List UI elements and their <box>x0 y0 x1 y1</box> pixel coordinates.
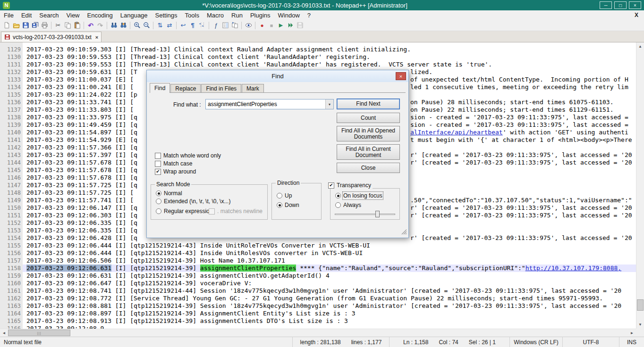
find-dialog-titlebar[interactable]: Find <box>147 70 408 82</box>
view-in-browser-icon[interactable] <box>244 21 253 30</box>
find-what-combobox[interactable]: ▼ <box>205 99 334 109</box>
always-radio[interactable]: Always <box>335 202 361 208</box>
find-all-current-button[interactable]: Find All in Current Document <box>337 144 400 160</box>
menu-item-view[interactable]: View <box>63 11 84 20</box>
match-case-checkbox[interactable]: Match case <box>155 160 192 167</box>
menu-item-settings[interactable]: Settings <box>152 11 181 20</box>
vertical-scrollbar[interactable]: ▲ ▼ <box>636 42 644 329</box>
chevron-down-icon[interactable]: ▼ <box>325 99 333 109</box>
tab-close-icon[interactable]: × <box>95 34 98 40</box>
on-losing-focus-radio[interactable]: On losing focus <box>335 192 382 199</box>
maximize-button[interactable]: □ <box>614 1 627 9</box>
menu-item-window[interactable]: Window <box>274 11 304 20</box>
log-line[interactable]: 11302017-03-23 09:10:59.553 [I] [Thread-… <box>0 53 636 61</box>
search-mode-extended-radio[interactable]: Extended (\n, \r, \t, \0, \x...) <box>156 198 230 205</box>
find-what-input[interactable] <box>206 101 325 107</box>
scroll-up-icon[interactable]: ▲ <box>636 42 644 50</box>
log-line[interactable]: 11592017-03-23 09:12:06.631 [I] [qtp1215… <box>0 272 636 280</box>
log-line[interactable]: 11622017-03-23 09:12:08.772 [I] [Service… <box>0 295 636 302</box>
save-all-icon[interactable] <box>30 21 40 30</box>
tab-mark[interactable]: Mark <box>242 84 264 92</box>
paste-icon[interactable] <box>72 21 82 30</box>
horizontal-scrollbar[interactable]: ◄ ||| ► <box>0 329 636 337</box>
tab-find-in-files[interactable]: Find in Files <box>201 84 241 92</box>
menu-item-encoding[interactable]: Encoding <box>84 11 117 20</box>
scroll-down-icon[interactable]: ▼ <box>636 321 644 329</box>
menu-item-language[interactable]: Language <box>117 11 152 20</box>
new-file-icon[interactable] <box>2 21 11 30</box>
direction-up-radio[interactable]: Up <box>277 192 292 199</box>
menu-item-macro[interactable]: Macro <box>203 11 228 20</box>
transparency-checkbox[interactable]: ✔ Transparency <box>328 182 373 189</box>
sync-horizontal-icon[interactable]: ⇄ <box>165 21 174 30</box>
menu-item-search[interactable]: Search <box>35 11 62 20</box>
find-dialog-close-icon[interactable]: × <box>396 72 406 80</box>
close-document-x-icon[interactable]: X <box>629 12 644 18</box>
menu-item-help[interactable]: ? <box>304 11 314 20</box>
zoom-out-icon[interactable] <box>142 21 151 30</box>
menu-item-plugins[interactable]: Plugins <box>246 11 274 20</box>
horizontal-scroll-thumb[interactable]: ||| <box>8 330 70 336</box>
redo-icon[interactable]: ↷ <box>95 21 105 30</box>
status-encoding[interactable]: UTF-8 <box>563 337 619 347</box>
log-line[interactable]: 11572017-03-23 09:12:06.506 [I] [qtp1215… <box>0 257 636 264</box>
match-whole-word-checkbox[interactable]: Match whole word only <box>155 152 221 159</box>
close-button[interactable]: × <box>629 1 641 9</box>
record-macro-icon[interactable]: ● <box>257 21 267 30</box>
menu-item-file[interactable]: File <box>0 11 17 20</box>
save-icon[interactable] <box>21 21 30 30</box>
find-icon[interactable] <box>109 21 119 30</box>
direction-down-radio[interactable]: Down <box>277 202 299 208</box>
run-macro-multiple-icon[interactable] <box>286 21 295 30</box>
cut-icon[interactable]: ✂ <box>53 21 63 30</box>
document-map-icon[interactable] <box>220 21 230 30</box>
transparency-slider[interactable] <box>335 210 395 218</box>
tab-find[interactable]: Find <box>150 83 170 93</box>
scroll-right-icon[interactable]: ► <box>628 329 636 337</box>
zoom-in-icon[interactable] <box>132 21 142 30</box>
close-find-button[interactable]: Close <box>337 163 400 173</box>
log-line[interactable]: 11662017-03-23 09:12:08.9 <box>0 325 636 329</box>
log-line[interactable]: 11292017-03-23 09:10:59.303 [I] [Thread-… <box>0 46 636 53</box>
word-wrap-icon[interactable]: ↩ <box>178 21 188 30</box>
document-switcher-icon[interactable] <box>230 21 239 30</box>
sync-vertical-icon[interactable]: ⇅ <box>155 21 165 30</box>
menu-item-run[interactable]: Run <box>228 11 246 20</box>
undo-icon[interactable]: ↶ <box>86 21 95 30</box>
search-mode-normal-radio[interactable]: Normal <box>156 190 182 197</box>
log-line[interactable]: 11552017-03-23 09:12:06.444 [I] [qtp1215… <box>0 242 636 249</box>
log-line[interactable]: 11652017-03-23 09:12:08.913 [I] [qtp1215… <box>0 317 636 325</box>
count-button[interactable]: Count <box>337 113 400 123</box>
status-eol[interactable]: Windows (CR LF) <box>510 337 563 347</box>
log-line[interactable]: 11312017-03-23 09:10:59.553 [I] [Thread-… <box>0 61 636 68</box>
replace-icon[interactable] <box>119 21 128 30</box>
stop-macro-icon[interactable]: ■ <box>267 21 276 30</box>
log-line[interactable]: 11642017-03-23 09:12:08.897 [I] [qtp1215… <box>0 310 636 317</box>
vertical-scroll-thumb[interactable] <box>637 299 644 311</box>
print-icon[interactable] <box>40 21 49 30</box>
log-line[interactable]: 11602017-03-23 09:12:06.647 [I] [qtp1215… <box>0 280 636 287</box>
log-line[interactable]: 11562017-03-23 09:12:06.444 [I] [qtp1215… <box>0 249 636 257</box>
slider-thumb[interactable] <box>375 211 380 217</box>
log-line[interactable]: 11632017-03-23 09:12:08.881 [I] [qtp1215… <box>0 302 636 310</box>
show-all-characters-icon[interactable]: ¶ <box>188 21 197 30</box>
log-line[interactable]: 11612017-03-23 09:12:08.741 [I] [qtp1215… <box>0 287 636 295</box>
find-all-opened-button[interactable]: Find All in All Opened Documents <box>337 126 400 141</box>
find-next-button[interactable]: Find Next <box>337 99 400 109</box>
scroll-left-icon[interactable]: ◄ <box>0 329 8 337</box>
resize-grip-icon[interactable] <box>401 229 407 236</box>
open-folder-icon[interactable] <box>11 21 21 30</box>
log-line[interactable]: 11582017-03-23 09:12:06.631 [I] [qtp1215… <box>0 264 636 272</box>
minimize-button[interactable]: ─ <box>600 1 612 9</box>
indent-guide-icon[interactable] <box>197 21 207 30</box>
status-ins-mode[interactable]: INS <box>619 337 644 347</box>
save-macro-icon[interactable] <box>295 21 305 30</box>
tab-vcts-log[interactable]: vcts-log-2017-03-23-091033.txt × <box>1 32 102 42</box>
copy-icon[interactable] <box>63 21 72 30</box>
function-list-icon[interactable]: ƒ <box>211 21 220 30</box>
wrap-around-checkbox[interactable]: ✔ Wrap around <box>155 168 196 175</box>
search-mode-regex-radio[interactable]: Regular expression <box>156 208 212 215</box>
menu-item-edit[interactable]: Edit <box>17 11 35 20</box>
play-macro-icon[interactable]: ▶ <box>276 21 286 30</box>
find-dialog[interactable]: Find × Find Replace Find in Files Mark F… <box>146 70 409 238</box>
